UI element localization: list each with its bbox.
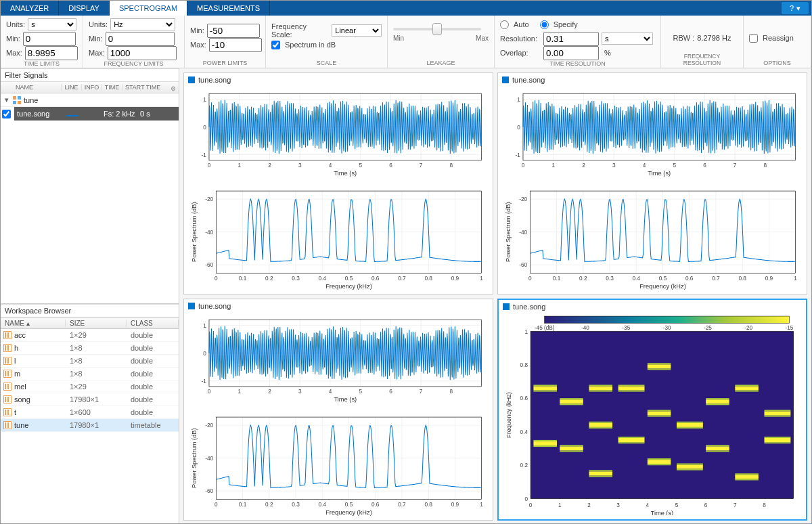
plot-panel-top-right[interactable]: tune.song -101012345678Time (s)-60-40-20… — [497, 72, 807, 294]
svg-text:0.4: 0.4 — [520, 429, 528, 435]
tab-measurements[interactable]: MEASUREMENTS — [187, 1, 270, 16]
freqscale-label: Frequency Scale: — [271, 22, 329, 39]
svg-text:0: 0 — [522, 162, 525, 169]
group-power-limits: Min: Max: POWER LIMITS — [185, 16, 266, 68]
svg-text:-60: -60 — [205, 488, 213, 494]
tab-display[interactable]: DISPLAY — [59, 1, 110, 16]
svg-text:Time (s): Time (s) — [648, 170, 671, 177]
overlap-input[interactable] — [543, 46, 599, 60]
reassign-checkbox[interactable] — [749, 34, 758, 43]
svg-text:-1: -1 — [202, 378, 207, 385]
svg-rect-194 — [589, 470, 612, 471]
svg-text:4: 4 — [643, 162, 646, 169]
power-min-label: Min: — [190, 26, 204, 35]
svg-text:0.1: 0.1 — [239, 276, 247, 282]
svg-text:0.9: 0.9 — [451, 276, 459, 282]
workspace-row[interactable]: tune 17980×1 timetable — [1, 419, 179, 432]
wb-col-size[interactable]: SIZE — [66, 320, 127, 327]
svg-rect-219 — [706, 450, 729, 452]
col-line[interactable]: LINE — [62, 84, 82, 91]
time-units-select[interactable]: s — [28, 18, 76, 30]
help-button[interactable]: ? ▾ — [782, 2, 809, 14]
variable-name: h — [14, 344, 18, 352]
svg-text:-15: -15 — [786, 325, 794, 331]
svg-rect-241 — [648, 460, 671, 464]
workspace-row[interactable]: mel 1×29 double — [1, 380, 179, 393]
tab-analyzer[interactable]: ANALYZER — [1, 1, 59, 16]
workspace-row[interactable]: m 1×8 double — [1, 368, 179, 380]
workspace-browser-panel: Workspace Browser NAME ▴ SIZE CLASS acc … — [1, 304, 179, 524]
freqscale-select[interactable]: Linear — [332, 24, 382, 37]
variable-class: double — [127, 395, 179, 403]
timeres-specify-radio[interactable] — [540, 20, 549, 29]
svg-text:5: 5 — [359, 389, 362, 395]
signal-group-tune[interactable]: ▾ tune — [1, 93, 179, 107]
svg-text:8: 8 — [450, 389, 453, 395]
wb-col-name[interactable]: NAME ▴ — [1, 320, 66, 327]
svg-text:Frequency (kHz): Frequency (kHz) — [325, 509, 372, 516]
plot-legend-label: tune.song — [198, 302, 231, 310]
col-info[interactable]: INFO — [82, 84, 102, 91]
signal-checkbox[interactable] — [2, 110, 11, 118]
svg-rect-191 — [560, 398, 583, 399]
freq-units-select[interactable]: Hz — [110, 18, 175, 30]
power-max-input[interactable] — [209, 38, 262, 52]
freq-min-input[interactable] — [106, 32, 175, 46]
svg-text:-40: -40 — [205, 230, 213, 236]
svg-text:6: 6 — [389, 389, 392, 395]
signal-row-tune-song[interactable]: tune.song Fs: 2 kHz 0 s — [1, 107, 179, 121]
svg-rect-238 — [589, 386, 612, 390]
spectrum-db-checkbox[interactable] — [271, 41, 280, 49]
variable-size: 1×8 — [66, 370, 127, 378]
chevron-down-icon[interactable]: ▾ — [3, 95, 10, 104]
time-min-input[interactable] — [23, 32, 76, 46]
svg-text:1: 1 — [558, 502, 562, 508]
svg-text:7: 7 — [420, 389, 423, 395]
svg-rect-217 — [706, 446, 729, 450]
svg-rect-225 — [735, 479, 759, 480]
wb-col-class[interactable]: CLASS — [127, 320, 179, 327]
svg-rect-211 — [677, 465, 703, 469]
workspace-row[interactable]: h 1×8 double — [1, 342, 179, 355]
resolution-input[interactable] — [543, 32, 599, 46]
power-min-input[interactable] — [207, 24, 260, 38]
svg-text:-20: -20 — [744, 325, 752, 331]
timeres-auto-label: Auto — [514, 20, 529, 28]
svg-rect-226 — [735, 386, 759, 390]
plot-panel-top-left[interactable]: tune.song -101012345678Time (s)-60-40-20… — [183, 72, 493, 294]
variable-name: l — [14, 357, 16, 365]
variable-size: 17980×1 — [66, 395, 127, 403]
freq-max-label: Max: — [89, 49, 105, 57]
workspace-row[interactable]: l 1×8 double — [1, 355, 179, 368]
svg-text:7: 7 — [734, 162, 737, 169]
svg-text:1: 1 — [238, 162, 241, 169]
col-start[interactable]: START TIME ⚙ — [122, 84, 179, 91]
svg-text:0: 0 — [208, 162, 211, 169]
svg-text:7: 7 — [734, 502, 737, 508]
workspace-row[interactable]: t 1×600 double — [1, 406, 179, 419]
plot-panel-bottom-left[interactable]: tune.song -101012345678Time (s)-60-40-20… — [183, 299, 493, 521]
gear-icon[interactable]: ⚙ — [171, 85, 177, 92]
col-name[interactable]: NAME — [1, 84, 62, 91]
svg-text:0.2: 0.2 — [579, 276, 587, 282]
workspace-row[interactable]: acc 1×29 double — [1, 329, 179, 342]
svg-rect-3 — [18, 101, 21, 104]
svg-text:5: 5 — [359, 162, 362, 169]
timeres-auto-radio[interactable] — [500, 20, 509, 29]
svg-text:0.3: 0.3 — [292, 276, 300, 282]
svg-text:2: 2 — [268, 162, 271, 169]
time-max-input[interactable] — [25, 46, 78, 60]
leakage-slider[interactable] — [393, 28, 481, 30]
svg-text:-20: -20 — [205, 422, 213, 429]
workspace-row[interactable]: song 17980×1 double — [1, 393, 179, 406]
svg-text:-35: -35 — [622, 325, 630, 331]
time-units-label: Units: — [6, 20, 25, 28]
col-time[interactable]: TIME — [102, 84, 122, 91]
overlap-label: Overlap: — [500, 49, 541, 57]
freq-max-input[interactable] — [108, 46, 177, 60]
plot-panel-spectrogram[interactable]: tune.song -45 (dB)-40-35-30-25-20-1500.2… — [497, 299, 807, 521]
variable-size: 1×8 — [66, 344, 127, 352]
tab-spectrogram[interactable]: SPECTROGRAM — [110, 1, 187, 16]
resolution-unit-select[interactable]: s — [602, 32, 653, 45]
svg-text:3: 3 — [298, 162, 302, 169]
